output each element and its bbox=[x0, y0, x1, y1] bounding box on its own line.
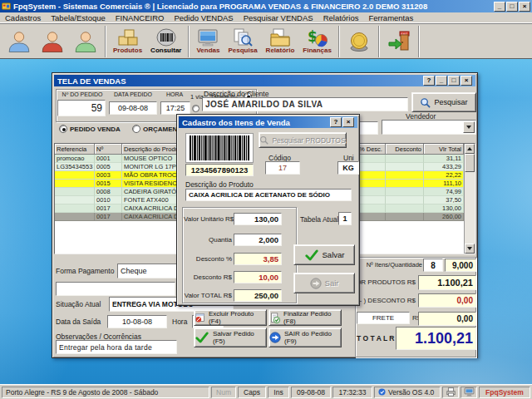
itens-field: 8 bbox=[423, 259, 443, 272]
status-printer[interactable] bbox=[442, 387, 459, 398]
frete-label-box[interactable]: FRETE bbox=[357, 312, 410, 324]
pedido-venda-radio[interactable] bbox=[59, 125, 67, 133]
toolbar-consultar-button[interactable]: Consultar bbox=[146, 25, 185, 58]
col-vlr-total[interactable]: Vlr Total bbox=[424, 144, 464, 155]
status-brand: FpqSystem bbox=[479, 387, 530, 398]
close-button[interactable]: × bbox=[519, 2, 530, 12]
sales-window-title: TELA DE VENDAS bbox=[57, 76, 422, 86]
help-button[interactable]: ? bbox=[330, 117, 342, 127]
sair-item-button[interactable]: Sair bbox=[293, 273, 355, 293]
version-icon bbox=[378, 388, 386, 396]
barcode-image bbox=[185, 133, 254, 163]
toolbar-pesquisa-button[interactable]: Pesquisa bbox=[224, 25, 261, 58]
menu-tabela-estoque[interactable]: Tabela/Estoque bbox=[46, 13, 111, 22]
codigo-field[interactable]: 17 bbox=[265, 161, 300, 175]
toolbar-moeda-button[interactable] bbox=[342, 25, 376, 58]
printer-icon bbox=[446, 387, 456, 397]
vendedor-aux-field[interactable] bbox=[358, 121, 378, 135]
uni-field[interactable]: KG bbox=[337, 161, 359, 175]
pesquisar-button-label: Pesquisar bbox=[434, 98, 467, 106]
minimize-button[interactable]: _ bbox=[494, 2, 505, 12]
toolbar-separator bbox=[338, 26, 340, 57]
valor-unitario-field[interactable]: 130,00 bbox=[234, 213, 282, 225]
toolbar-produtos-button[interactable]: Produtos bbox=[109, 25, 146, 58]
statusbar: Porto Alegre - RS 9 de Agosto de 2008 - … bbox=[0, 384, 532, 399]
scroll-up-button[interactable] bbox=[465, 144, 475, 154]
finalizar-pedido-label: Finalizar Pedido (F8) bbox=[283, 310, 341, 325]
pedido-field[interactable]: 59 bbox=[57, 100, 106, 116]
pedido-label: Nº DO PEDIDO bbox=[59, 91, 106, 97]
restore-button[interactable]: □ bbox=[448, 76, 460, 86]
menu-relatorios[interactable]: Relatórios bbox=[318, 13, 364, 22]
menu-pedido-vendas[interactable]: Pedido VENDAS bbox=[169, 13, 238, 22]
excluir-produto-button[interactable]: Excluir Produto (F4) bbox=[194, 309, 267, 326]
col-perc-desc[interactable]: % Desc. bbox=[357, 144, 386, 155]
salvar-pedido-label: Salvar Pedido (F5) bbox=[213, 330, 266, 345]
menu-cadastros[interactable]: Cadastros bbox=[0, 13, 46, 22]
pesquisar-produtos-button[interactable]: Pesquisar PRODUTOS bbox=[259, 132, 347, 148]
barcode-bars-icon bbox=[189, 135, 250, 160]
pesquisar-button[interactable]: Pesquisar bbox=[411, 92, 476, 112]
tabela-atual-field[interactable]: 1 bbox=[338, 212, 352, 225]
close-button[interactable]: × bbox=[461, 76, 472, 86]
col-numero[interactable]: Nº bbox=[95, 144, 122, 155]
person-green-icon bbox=[73, 30, 98, 53]
person-red-icon bbox=[40, 30, 65, 53]
folder-report-icon bbox=[268, 27, 292, 47]
toolbar-separator bbox=[105, 26, 106, 57]
data-saida-label: Data da Saída bbox=[56, 318, 101, 326]
barcode-number-field[interactable]: 1234567890123 bbox=[185, 164, 254, 176]
data-saida-field[interactable]: 10-08-08 bbox=[107, 315, 167, 328]
col-desconto[interactable]: Desconto bbox=[386, 144, 424, 155]
cliente-field[interactable]: JOSÉ AMARILDO DA SILVA bbox=[202, 97, 408, 111]
hora-field[interactable]: 17:25 bbox=[160, 101, 190, 115]
status-versao: Versão OS 4.0 bbox=[374, 387, 441, 398]
desconto-rs-field[interactable]: 10,00 bbox=[234, 271, 282, 283]
status-monitor[interactable] bbox=[461, 387, 477, 398]
boxes-icon bbox=[116, 27, 140, 47]
finalizar-pedido-button[interactable]: Finalizar Pedido (F8) bbox=[268, 309, 342, 326]
menu-ferramentas[interactable]: Ferramentas bbox=[363, 13, 418, 22]
help-button[interactable]: ? bbox=[423, 76, 435, 86]
menu-financeiro[interactable]: FINANCEIRO bbox=[111, 13, 170, 22]
tabela-atual-label: Tabela Atual bbox=[300, 215, 338, 224]
excluir-produto-label: Excluir Produto (F4) bbox=[209, 310, 266, 325]
toolbar-consultar-label: Consultar bbox=[150, 47, 181, 55]
toolbar-cliente-vermelho-button[interactable] bbox=[36, 25, 69, 58]
menu-pesquisar-vendas[interactable]: Pesquisar VENDAS bbox=[239, 13, 318, 22]
pagamento-extra-field[interactable] bbox=[56, 282, 175, 296]
quantia-field[interactable]: 2,000 bbox=[234, 234, 282, 246]
descricao-produto-field[interactable]: CAIXA ACRILICA DE ACETANATO DE SÓDIO bbox=[185, 189, 352, 201]
scrollbar-thumb[interactable] bbox=[465, 154, 475, 172]
minimize-button[interactable]: _ bbox=[436, 76, 447, 86]
salvar-item-button[interactable]: Salvar bbox=[293, 244, 355, 265]
close-button[interactable]: × bbox=[342, 117, 354, 127]
table-scrollbar[interactable] bbox=[464, 144, 475, 254]
restore-button[interactable]: □ bbox=[506, 2, 518, 12]
exit-arrow-icon bbox=[310, 278, 322, 289]
observacoes-field[interactable]: Entregar pela hora da tarde bbox=[56, 340, 177, 354]
salvar-pedido-button[interactable]: Salvar Pedido (F5) bbox=[194, 328, 267, 347]
toolbar-relatorio-button[interactable]: Relatório bbox=[262, 25, 299, 58]
toolbar-cliente-verde-button[interactable] bbox=[69, 25, 102, 58]
scroll-down-button[interactable] bbox=[465, 244, 475, 254]
search-icon bbox=[259, 135, 268, 145]
orcamento-radio[interactable] bbox=[132, 125, 140, 133]
toolbar-sair-button[interactable]: EXIT bbox=[382, 25, 416, 58]
desconto-pct-field[interactable]: 3,85 bbox=[234, 253, 282, 265]
monitor-icon bbox=[464, 387, 475, 397]
data-pedido-field[interactable]: 09-08-08 bbox=[109, 101, 157, 115]
person-blue-icon bbox=[7, 30, 32, 53]
vendedor-combo[interactable] bbox=[382, 120, 476, 135]
sair-pedido-button[interactable]: SAIR do Pedido (F9) bbox=[268, 328, 342, 347]
toolbar-financas-button[interactable]: $ Finanças bbox=[298, 25, 336, 58]
col-referencia[interactable]: Referencia bbox=[55, 144, 95, 155]
menubar: Cadastros Tabela/Estoque FINANCEIRO Pedi… bbox=[0, 12, 532, 23]
toolbar-cliente-azul-button[interactable] bbox=[2, 25, 36, 58]
via2-radio[interactable] bbox=[192, 105, 200, 112]
total-field: 1.100,21 bbox=[396, 327, 476, 350]
dropdown-button[interactable] bbox=[463, 121, 475, 133]
dollar-pie-icon: $ bbox=[306, 27, 329, 47]
valor-total-field[interactable]: 250,00 bbox=[234, 289, 282, 302]
toolbar-vendas-button[interactable]: Vendas bbox=[192, 25, 224, 58]
